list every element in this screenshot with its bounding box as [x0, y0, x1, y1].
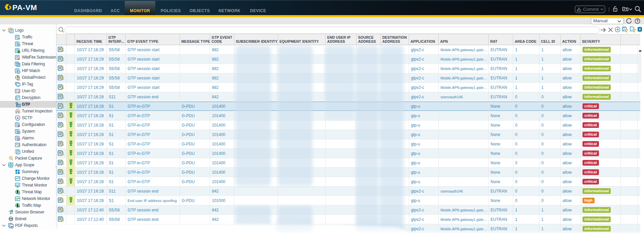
svg-text:?: ? [636, 19, 638, 23]
